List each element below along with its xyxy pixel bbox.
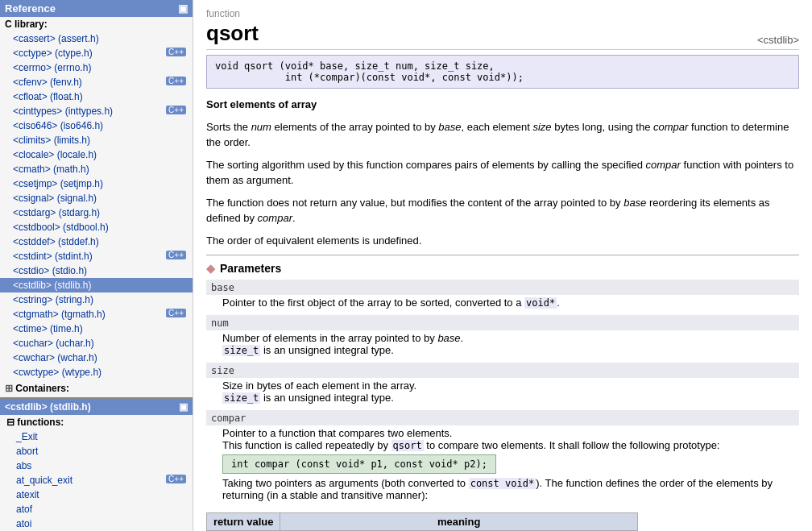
func-item-atexit[interactable]: atexit bbox=[0, 487, 193, 502]
sidebar-item-ctime[interactable]: <ctime> (time.h) bbox=[0, 322, 193, 336]
content-title: qsort <cstdlib> bbox=[206, 21, 799, 50]
param-size-code: size_t bbox=[222, 392, 260, 404]
param-base-row: base bbox=[206, 280, 799, 295]
sidebar-item-ciso646[interactable]: <ciso646> (iso646.h) bbox=[0, 118, 193, 133]
return-table: return value meaning <0 The element poin… bbox=[206, 512, 638, 531]
sidebar-item-cwctype[interactable]: <cwctype> (wtype.h) bbox=[0, 365, 193, 380]
param-num-desc: Number of elements in the array pointed … bbox=[206, 330, 799, 363]
func-item-atof[interactable]: atof bbox=[0, 502, 193, 516]
sidebar-item-cerrno[interactable]: <cerrno> (errno.h) bbox=[0, 60, 193, 75]
param-size-row: size bbox=[206, 363, 799, 378]
functions-label: ⊟ functions: bbox=[0, 415, 193, 429]
func-item-abs[interactable]: abs bbox=[0, 458, 193, 473]
sidebar-bottom: <cstdlib> (stdlib.h) ▣ ⊟ functions: _Exi… bbox=[0, 399, 193, 531]
param-compar-desc: Pointer to a function that compares two … bbox=[206, 425, 799, 508]
sidebar-item-cassert[interactable]: <cassert> (assert.h) bbox=[0, 31, 193, 46]
compar-qsort-ref: qsort bbox=[392, 440, 424, 451]
detail2-text: The function does not return any value, … bbox=[206, 195, 799, 226]
content-area: function qsort <cstdlib> void qsort (voi… bbox=[193, 0, 812, 531]
param-num-name: num bbox=[211, 313, 229, 330]
sidebar-title: Reference bbox=[5, 2, 56, 15]
sidebar-item-cstdarg[interactable]: <cstdarg> (stdarg.h) bbox=[0, 205, 193, 220]
compar-void-ref: const void* bbox=[469, 478, 536, 489]
main-layout: Reference ▣ C library: <cassert> (assert… bbox=[0, 0, 812, 531]
func-item-atoi[interactable]: atoi bbox=[0, 516, 193, 531]
signature-box: void qsort (void* base, size_t num, size… bbox=[206, 55, 799, 89]
sidebar-item-cmath[interactable]: <cmath> (math.h) bbox=[0, 162, 193, 176]
sidebar-section-containers: ⊞ Containers: bbox=[0, 381, 193, 396]
detail3-text: The order of equivalent elements is unde… bbox=[206, 233, 799, 249]
param-num-code: size_t bbox=[222, 345, 260, 356]
detail1-text: The sorting algorithm used by this funct… bbox=[206, 157, 799, 189]
sidebar-item-csetjmp[interactable]: <csetjmp> (setjmp.h) bbox=[0, 176, 193, 191]
sidebar-header: Reference ▣ bbox=[0, 0, 193, 17]
param-compar-name: compar bbox=[211, 408, 246, 425]
param-base-name: base bbox=[211, 277, 234, 295]
sidebar-item-ctgmath[interactable]: <ctgmath> (tgmath.h)C++ bbox=[0, 307, 193, 322]
sidebar-item-cfloat[interactable]: <cfloat> (float.h) bbox=[0, 89, 193, 104]
func-item-abort[interactable]: abort bbox=[0, 444, 193, 458]
sidebar-item-cstring[interactable]: <cstring> (string.h) bbox=[0, 292, 193, 307]
func-item-exit[interactable]: _Exit bbox=[0, 429, 193, 444]
param-num-row: num bbox=[206, 315, 799, 330]
sidebar-item-cfenv[interactable]: <cfenv> (fenv.h)C++ bbox=[0, 75, 193, 89]
params-title: ◆ Parameters bbox=[206, 262, 799, 275]
sidebar-item-cwchar[interactable]: <cwchar> (wchar.h) bbox=[0, 351, 193, 365]
sidebar-bottom-collapse-icon[interactable]: ▣ bbox=[179, 401, 188, 413]
sidebar-collapse-icon[interactable]: ▣ bbox=[178, 2, 188, 15]
function-name: qsort bbox=[206, 21, 259, 46]
sidebar-top: C library: <cassert> (assert.h) <cctype>… bbox=[0, 17, 193, 399]
params-icon: ◆ bbox=[206, 262, 215, 275]
sidebar-item-cinttypes[interactable]: <cinttypes> (inttypes.h)C++ bbox=[0, 104, 193, 118]
sidebar-function-list: ⊟ functions: _Exit abort abs at_quick_ex… bbox=[0, 415, 193, 531]
prototype-box: int compar (const void* p1, const void* … bbox=[222, 454, 496, 474]
func-item-at_quick_exit[interactable]: at_quick_exitC++ bbox=[0, 473, 193, 487]
param-base-code: void* bbox=[524, 297, 557, 309]
params-label: Parameters bbox=[220, 262, 281, 275]
sidebar-item-csignal[interactable]: <csignal> (signal.h) bbox=[0, 191, 193, 205]
sidebar-item-cstdint[interactable]: <cstdint> (stdint.h)C++ bbox=[0, 249, 193, 263]
param-base-desc: Pointer to the first object of the array… bbox=[206, 295, 799, 315]
sidebar-item-cstdio[interactable]: <cstdio> (stdio.h) bbox=[0, 263, 193, 278]
param-compar-row: compar bbox=[206, 410, 799, 425]
sidebar-item-cstdlib[interactable]: <cstdlib> (stdlib.h) bbox=[0, 278, 193, 292]
return-table-header-value: return value bbox=[207, 513, 280, 531]
sidebar-item-cuchar[interactable]: <cuchar> (uchar.h) bbox=[0, 336, 193, 351]
sidebar: Reference ▣ C library: <cassert> (assert… bbox=[0, 0, 193, 531]
sidebar-bottom-header: <cstdlib> (stdlib.h) ▣ bbox=[0, 399, 193, 415]
sidebar-item-cstddef[interactable]: <cstddef> (stddef.h) bbox=[0, 234, 193, 249]
summary-title: Sort elements of array bbox=[206, 97, 799, 113]
content-type-label: function bbox=[206, 8, 799, 19]
sidebar-bottom-title: <cstdlib> (stdlib.h) bbox=[5, 401, 91, 413]
lib-badge: <cstdlib> bbox=[757, 34, 799, 46]
params-divider bbox=[206, 255, 799, 255]
sidebar-item-cctype[interactable]: <cctype> (ctype.h)C++ bbox=[0, 46, 193, 60]
sidebar-item-cstdbool[interactable]: <cstdbool> (stdbool.h) bbox=[0, 220, 193, 234]
param-size-name: size bbox=[211, 360, 234, 378]
sidebar-section-clibrary: C library: bbox=[0, 17, 193, 31]
sidebar-item-clocale[interactable]: <clocale> (locale.h) bbox=[0, 147, 193, 162]
summary-text: Sorts the num elements of the array poin… bbox=[206, 119, 799, 151]
return-table-header-meaning: meaning bbox=[280, 513, 637, 531]
param-size-desc: Size in bytes of each element in the arr… bbox=[206, 378, 799, 410]
signature-text: void qsort (void* base, size_t num, size… bbox=[215, 60, 524, 83]
sidebar-item-climits[interactable]: <climits> (limits.h) bbox=[0, 133, 193, 147]
